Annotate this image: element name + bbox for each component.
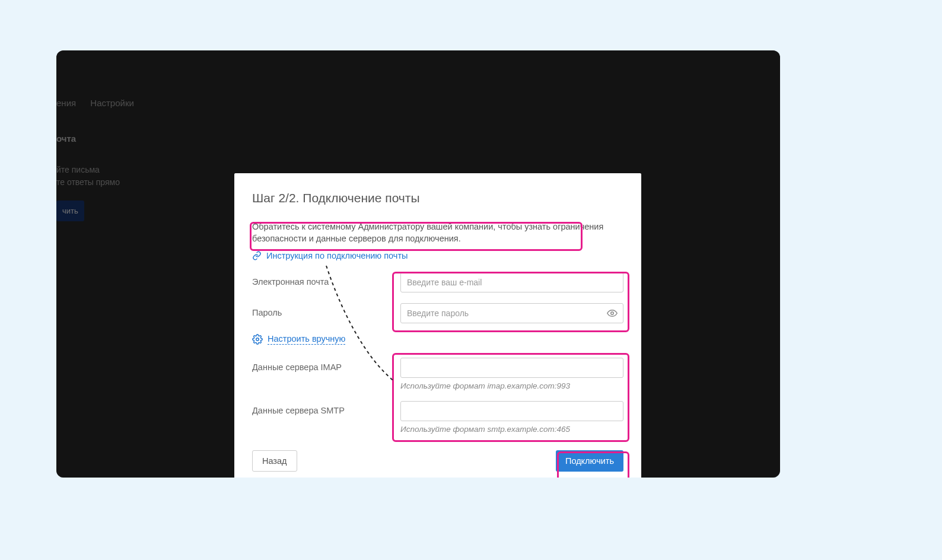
svg-point-0 <box>611 311 614 314</box>
smtp-input[interactable] <box>400 401 623 421</box>
back-button[interactable]: Назад <box>252 450 297 472</box>
manual-config-link[interactable]: Настроить вручную <box>268 334 345 345</box>
instruction-link-row: Инструкция по подключению почты <box>252 251 623 260</box>
connect-mail-modal: Шаг 2/2. Подключение почты Обратитесь к … <box>234 173 641 478</box>
email-input[interactable] <box>400 272 623 292</box>
email-label: Электронная почта <box>252 272 400 287</box>
smtp-label: Данные сервера SMTP <box>252 401 400 415</box>
imap-hint: Используйте формат imap.example.com:993 <box>400 381 623 390</box>
info-text: Обратитесь к системному Администратору в… <box>252 221 623 245</box>
eye-icon[interactable] <box>607 308 618 321</box>
smtp-hint: Используйте формат smtp.example.com:465 <box>400 425 623 434</box>
app-background: ения Настройки очта йте письма те ответы… <box>56 50 780 478</box>
instruction-link[interactable]: Инструкция по подключению почты <box>266 251 408 260</box>
password-label: Пароль <box>252 303 400 317</box>
modal-title: Шаг 2/2. Подключение почты <box>252 191 623 205</box>
manual-config-row: Настроить вручную <box>252 334 623 345</box>
svg-point-1 <box>256 338 259 341</box>
link-icon <box>252 251 262 260</box>
password-input[interactable] <box>400 303 623 323</box>
imap-input[interactable] <box>400 358 623 378</box>
imap-label: Данные сервера IMAP <box>252 358 400 372</box>
gear-icon <box>252 334 263 345</box>
connect-button[interactable]: Подключить <box>556 450 623 472</box>
